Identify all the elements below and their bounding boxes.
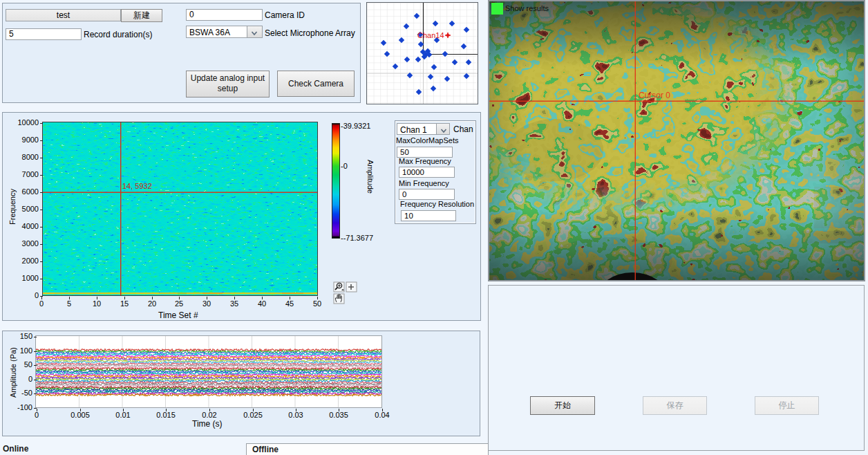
svg-text:Chan14: Chan14 (417, 31, 444, 39)
svg-text:Show results: Show results (505, 4, 549, 12)
svg-text:Cursor 0: Cursor 0 (639, 91, 670, 100)
svg-text:14, 5932: 14, 5932 (122, 182, 152, 190)
